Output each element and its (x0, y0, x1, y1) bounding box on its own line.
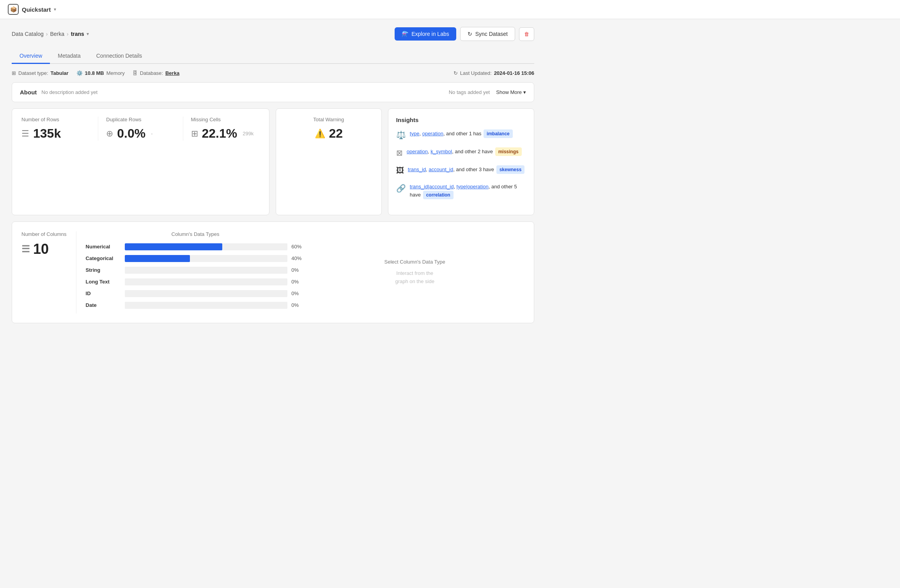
chevron-down-icon: ▾ (523, 89, 526, 95)
missing-icon: ⊞ (191, 129, 198, 139)
duplicate-icon: ⊕ (106, 129, 113, 139)
rows-icon: ☰ (21, 129, 29, 139)
insight3-link2[interactable]: account_id (429, 166, 453, 172)
bottom-row: Number of Columns ☰ 10 Column's Data Typ… (12, 221, 534, 323)
column-types-section: Column's Data Types Numerical 60% Catego… (86, 231, 305, 313)
sep-2: › (67, 31, 69, 37)
app-icon: 📦 (8, 4, 19, 15)
grid-icon: ⊞ (12, 70, 16, 76)
last-updated-info: ↻ Last Updated: 2024-01-16 15:06 (454, 70, 534, 76)
memory-info: ⚙️ 10.8 MB Memory (76, 70, 125, 76)
select-column-section: Select Column's Data Type Interact from … (305, 231, 524, 313)
type-categorical: Categorical 40% (86, 255, 305, 262)
columns-card: Number of Columns ☰ 10 Column's Data Typ… (12, 221, 534, 323)
interact-hint: Interact from thegraph on the side (384, 269, 445, 286)
stats-card-group: Number of Rows ☰ 135k Duplicate Rows ⊕ 0… (12, 108, 269, 215)
tab-overview[interactable]: Overview (12, 49, 50, 64)
delete-button[interactable]: 🗑 (519, 27, 534, 41)
categorical-bar (125, 255, 190, 262)
warning-card: Total Warning ⚠️ 22 (276, 108, 382, 215)
breadcrumb-chevron-icon[interactable]: ▾ (87, 31, 89, 37)
tab-connection-details[interactable]: Connection Details (89, 49, 150, 64)
imbalance-badge: imbalance (484, 129, 513, 138)
link-icon: 🔗 (396, 184, 406, 193)
insight2-link2[interactable]: k_symbol (431, 149, 452, 154)
db-icon: 🗄 (133, 70, 138, 76)
insight-imbalance: ⚖️ type, operation, and other 1 has imba… (396, 129, 526, 140)
type-numerical: Numerical 60% (86, 243, 305, 250)
categorical-bar-bg (125, 255, 288, 262)
insight-correlation: 🔗 trans_id|account_id, type|operation, a… (396, 183, 526, 199)
nav-chevron-icon[interactable]: ▾ (54, 7, 56, 12)
column-count-section: Number of Columns ☰ 10 (21, 231, 76, 313)
stats-insights-row: Number of Rows ☰ 135k Duplicate Rows ⊕ 0… (12, 108, 534, 215)
col-count-icon: ☰ (21, 244, 30, 255)
image-icon: 🖼 (396, 166, 404, 175)
type-string: String 0% (86, 267, 305, 274)
breadcrumb-datacatalog[interactable]: Data Catalog (12, 31, 44, 37)
breadcrumb-row: Data Catalog › Berka › trans ▾ ⚗️ Explor… (12, 27, 534, 41)
tab-metadata[interactable]: Metadata (50, 49, 88, 64)
trash-icon: 🗑 (524, 31, 529, 37)
duplicate-stat: Duplicate Rows ⊕ 0.0% - (106, 117, 183, 141)
type-date: Date 0% (86, 302, 305, 309)
about-description: No description added yet (41, 89, 97, 95)
insight3-link1[interactable]: trans_id (408, 166, 426, 172)
balance-icon: ⚖️ (396, 130, 406, 140)
correlation-badge: correlation (423, 191, 454, 199)
breadcrumb-current: trans (71, 31, 84, 37)
breadcrumb-berka[interactable]: Berka (50, 31, 64, 37)
rows-stat: Number of Rows ☰ 135k (21, 117, 98, 141)
about-card: About No description added yet No tags a… (12, 82, 534, 102)
missing-stat: Missing Cells ⊞ 22.1% 299k (191, 117, 260, 141)
db-link[interactable]: Berka (165, 70, 179, 76)
insight-skewness: 🖼 trans_id, account_id, and other 3 have… (396, 165, 526, 175)
action-buttons: ⚗️ Explore in Labs ↻ Sync Dataset 🗑 (395, 27, 534, 41)
insight4-link1[interactable]: trans_id|account_id (410, 184, 454, 190)
select-col-title: Select Column's Data Type (384, 259, 445, 265)
clock-icon: ↻ (454, 70, 458, 76)
explore-labs-button[interactable]: ⚗️ Explore in Labs (395, 27, 456, 41)
sync-dataset-button[interactable]: ↻ Sync Dataset (460, 27, 515, 41)
grid-x-icon: ⊠ (396, 148, 403, 158)
numerical-bar (125, 243, 223, 250)
dataset-info-row: ⊞ Dataset type: Tabular ⚙️ 10.8 MB Memor… (12, 70, 534, 76)
breadcrumb: Data Catalog › Berka › trans ▾ (12, 31, 89, 37)
date-bar-bg (125, 302, 288, 309)
id-bar-bg (125, 290, 288, 297)
insight1-link2[interactable]: operation (422, 131, 443, 136)
tags-label: No tags added yet (449, 89, 490, 95)
insight2-link1[interactable]: operation (407, 149, 428, 154)
sep-1: › (46, 31, 48, 37)
app-title: Quickstart (22, 6, 51, 13)
top-navigation: 📦 Quickstart ▾ (0, 0, 900, 19)
string-bar-bg (125, 267, 288, 274)
type-longtext: Long Text 0% (86, 278, 305, 285)
warning-icon: ⚠️ (315, 129, 325, 139)
flask-icon: ⚗️ (402, 31, 408, 37)
type-id: ID 0% (86, 290, 305, 297)
tab-bar: Overview Metadata Connection Details (12, 49, 534, 64)
insights-card: Insights ⚖️ type, operation, and other 1… (388, 108, 534, 215)
longtext-bar-bg (125, 278, 288, 285)
sync-icon: ↻ (468, 31, 472, 37)
dataset-type-info: ⊞ Dataset type: Tabular (12, 70, 69, 76)
show-more-button[interactable]: Show More ▾ (496, 89, 526, 95)
insight4-link2[interactable]: type|operation (457, 184, 489, 190)
insight1-link1[interactable]: type (410, 131, 420, 136)
numerical-bar-bg (125, 243, 288, 250)
insight-missings: ⊠ operation, k_symbol, and other 2 have … (396, 147, 526, 158)
memory-icon: ⚙️ (76, 70, 83, 76)
about-title: About (20, 89, 37, 96)
database-info: 🗄 Database: Berka (133, 70, 179, 76)
skewness-badge: skewness (496, 165, 525, 174)
missings-badge: missings (495, 147, 522, 156)
